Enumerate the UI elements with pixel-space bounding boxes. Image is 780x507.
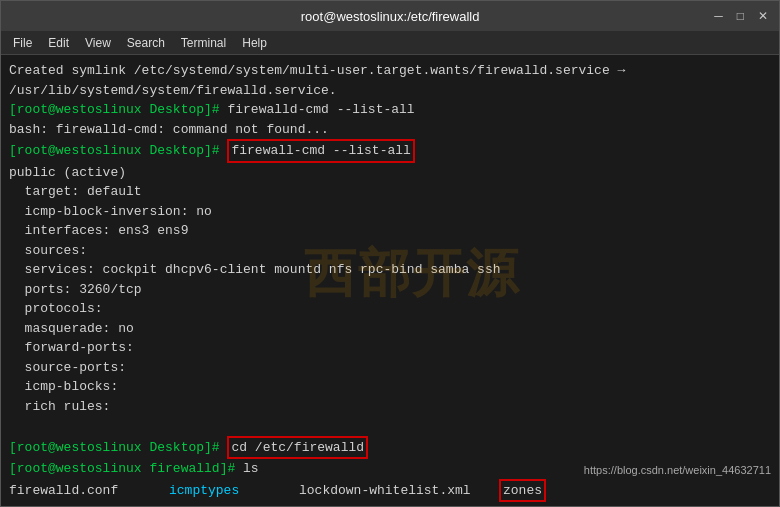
output-line-2: /usr/lib/systemd/system/firewalld.servic…: [9, 81, 771, 101]
output-line-12: ports: 3260/tcp: [9, 280, 771, 300]
menu-terminal[interactable]: Terminal: [173, 34, 234, 52]
output-line-6: public (active): [9, 163, 771, 183]
output-line-15: forward-ports:: [9, 338, 771, 358]
output-line-11: services: cockpit dhcpv6-client mountd n…: [9, 260, 771, 280]
menu-help[interactable]: Help: [234, 34, 275, 52]
output-line-13: protocols:: [9, 299, 771, 319]
output-line-9: interfaces: ens3 ens9: [9, 221, 771, 241]
menu-search[interactable]: Search: [119, 34, 173, 52]
maximize-button[interactable]: □: [734, 9, 747, 23]
output-line-5: [root@westoslinux Desktop]# firewall-cmd…: [9, 139, 771, 163]
window-title: root@westoslinux:/etc/firewalld: [69, 9, 711, 24]
output-line-7: target: default: [9, 182, 771, 202]
close-button[interactable]: ✕: [755, 9, 771, 23]
output-blank: [9, 416, 771, 436]
output-line-18: rich rules:: [9, 397, 771, 417]
output-line-3: [root@westoslinux Desktop]# firewalld-cm…: [9, 100, 771, 120]
terminal-window: root@westoslinux:/etc/firewalld ─ □ ✕ Fi…: [0, 0, 780, 507]
menu-edit[interactable]: Edit: [40, 34, 77, 52]
minimize-button[interactable]: ─: [711, 9, 726, 23]
output-line-19: [root@westoslinux Desktop]# cd /etc/fire…: [9, 436, 771, 460]
output-line-17: icmp-blocks:: [9, 377, 771, 397]
output-line-files1: firewalld.conf icmptypes lockdown-whitel…: [9, 479, 771, 503]
output-line-files2: helpers ipsets services: [9, 502, 771, 506]
url-reference: https://blog.csdn.net/weixin_44632711: [584, 462, 771, 479]
output-line-4: bash: firewalld-cmd: command not found..…: [9, 120, 771, 140]
output-line-8: icmp-block-inversion: no: [9, 202, 771, 222]
output-line-10: sources:: [9, 241, 771, 261]
output-line-1: Created symlink /etc/systemd/system/mult…: [9, 61, 771, 81]
menu-file[interactable]: File: [5, 34, 40, 52]
output-line-14: masquerade: no: [9, 319, 771, 339]
titlebar: root@westoslinux:/etc/firewalld ─ □ ✕: [1, 1, 779, 31]
menubar: File Edit View Search Terminal Help: [1, 31, 779, 55]
terminal-output[interactable]: 西部开源 Created symlink /etc/systemd/system…: [1, 55, 779, 506]
output-line-16: source-ports:: [9, 358, 771, 378]
window-controls[interactable]: ─ □ ✕: [711, 9, 771, 23]
menu-view[interactable]: View: [77, 34, 119, 52]
